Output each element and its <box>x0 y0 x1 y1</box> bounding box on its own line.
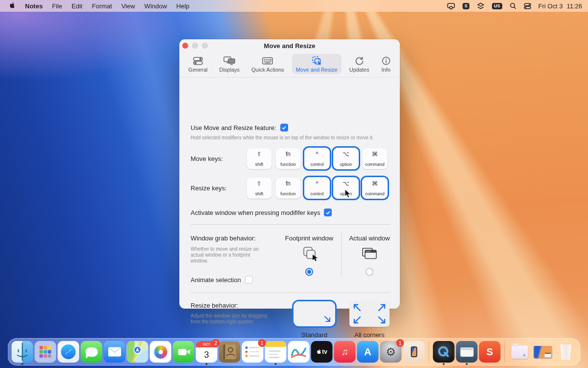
dock-app-store[interactable]: A <box>357 341 379 363</box>
dock-mail[interactable] <box>104 341 125 363</box>
running-indicator <box>443 363 445 365</box>
move-keys-label: Move keys: <box>191 155 246 162</box>
dock-s-app[interactable]: S <box>479 341 501 363</box>
dock-folder[interactable]: ✕ <box>509 341 531 363</box>
footprint-radio[interactable] <box>305 268 313 276</box>
s-status-icon[interactable]: S <box>463 3 469 9</box>
tab-updates[interactable]: Updates <box>345 54 373 74</box>
resize-standard-label: Standard <box>292 331 337 339</box>
tab-updates-label: Updates <box>349 67 369 73</box>
menu-window[interactable]: Window <box>145 2 167 10</box>
input-source-badge[interactable]: US <box>492 3 502 9</box>
tab-general[interactable]: General <box>184 54 211 74</box>
dock-music[interactable]: ♫ <box>334 341 356 363</box>
resize-key-shift[interactable]: ⇧shift <box>246 177 272 199</box>
actual-window-option[interactable]: Actual window <box>343 235 396 276</box>
clock-time: 11:26 <box>566 2 582 10</box>
tab-general-label: General <box>188 67 207 73</box>
divider <box>191 292 390 293</box>
window-manager-menubar-icon[interactable] <box>447 2 455 10</box>
dock-apple-tv[interactable]: tv <box>311 341 333 363</box>
control-center-icon[interactable] <box>524 3 531 9</box>
menubar-clock[interactable]: Fri Oct 3 11:26 <box>539 2 582 10</box>
window-titlebar[interactable]: Move and Resize <box>179 39 400 52</box>
tab-quick-actions[interactable]: Quick Actions <box>247 54 288 74</box>
resize-key-function[interactable]: fnfunction <box>275 177 301 199</box>
animate-label: Animate selection <box>191 276 241 284</box>
move-key-command[interactable]: ⌘command <box>362 148 388 169</box>
dock-facetime[interactable] <box>173 341 195 363</box>
dock-safari[interactable] <box>58 341 79 363</box>
dock-quicktime[interactable] <box>433 341 455 363</box>
spotlight-icon[interactable] <box>510 2 516 9</box>
mouse-cursor <box>344 189 352 201</box>
dock-move-resize-app[interactable] <box>456 341 478 363</box>
activate-label: Activate window when pressing modififer … <box>191 209 320 216</box>
dock-reminders[interactable]: 1 <box>242 341 264 363</box>
resize-keys-row: Resize keys: ⇧shift fnfunction ^control … <box>191 177 390 199</box>
running-indicator <box>22 363 24 365</box>
resize-behavior-label: Resize behavior: <box>191 302 238 309</box>
footprint-window-icon <box>299 244 319 265</box>
menu-app-name[interactable]: Notes <box>25 2 43 10</box>
menu-format[interactable]: Format <box>92 2 112 10</box>
tab-info[interactable]: Info <box>377 54 395 74</box>
dock-freeform[interactable] <box>288 341 310 363</box>
dock-calendar[interactable]: 2 OCT 3 <box>196 341 218 363</box>
options-divider <box>341 233 342 276</box>
footprint-window-option[interactable]: Footprint window <box>278 235 341 276</box>
minimize-button[interactable] <box>192 43 198 49</box>
music-note-icon: ♫ <box>341 346 348 357</box>
feature-description: Hold selected modifiers while the mouse … <box>191 135 374 141</box>
actual-option-label: Actual window <box>349 235 390 242</box>
toggles-icon <box>193 56 203 66</box>
dock: 2 OCT 3 1 <box>8 338 581 366</box>
close-button[interactable] <box>182 43 188 49</box>
dock-iphone-mirroring[interactable] <box>403 341 425 363</box>
gear-icon: ⚙ <box>386 345 396 359</box>
calendar-day: 3 <box>196 347 218 363</box>
dock-messages[interactable] <box>81 341 102 363</box>
tab-move-and-resize[interactable]: Move and Resize <box>292 54 342 74</box>
menu-view[interactable]: View <box>122 2 135 10</box>
menu-help[interactable]: Help <box>176 2 190 10</box>
actual-radio[interactable] <box>366 268 373 276</box>
move-keys-row: Move keys: ⇧shift fnfunction ^control ⌥o… <box>191 148 390 169</box>
dock-maps[interactable] <box>127 341 148 363</box>
dock-finder[interactable] <box>12 341 33 363</box>
calendar-badge: 2 <box>212 339 220 347</box>
reminders-badge: 1 <box>258 339 266 347</box>
resize-standard-option[interactable] <box>292 300 337 328</box>
resize-all-corners-option[interactable] <box>349 301 390 327</box>
move-key-shift[interactable]: ⇧shift <box>246 148 272 169</box>
dock-launchpad[interactable] <box>35 341 56 363</box>
resize-key-command[interactable]: ⌘command <box>362 177 388 199</box>
apple-menu-icon[interactable] <box>9 2 16 10</box>
s-app-letter: S <box>487 346 493 358</box>
animate-checkbox[interactable] <box>245 276 253 284</box>
footprint-option-label: Footprint window <box>285 235 333 242</box>
feature-checkbox[interactable] <box>280 124 288 131</box>
zoom-button[interactable] <box>202 43 208 49</box>
folder-mark: ✕ <box>523 353 526 358</box>
tab-displays[interactable]: Displays <box>215 54 244 74</box>
tab-displays-label: Displays <box>219 67 240 73</box>
dock-trash[interactable] <box>555 341 577 363</box>
dock-photos[interactable] <box>150 341 172 363</box>
activate-checkbox[interactable] <box>324 209 332 216</box>
resize-key-control[interactable]: ^control <box>304 177 330 199</box>
move-key-control[interactable]: ^control <box>304 148 330 169</box>
menu-file[interactable]: File <box>52 2 62 10</box>
dock-minimized-window[interactable] <box>532 341 554 363</box>
feature-label: Use Move and Resize feature: <box>191 124 276 131</box>
dock-contacts[interactable] <box>219 341 241 363</box>
resize-all-corners-label: All corners <box>344 331 394 339</box>
move-key-function[interactable]: fnfunction <box>275 148 301 169</box>
dock-divider <box>505 341 505 363</box>
dock-system-settings[interactable]: 1 ⚙ <box>380 341 402 363</box>
stacks-status-icon[interactable] <box>477 2 485 10</box>
dock-notes[interactable] <box>265 341 287 363</box>
menu-edit[interactable]: Edit <box>72 2 82 10</box>
tab-quick-actions-label: Quick Actions <box>251 67 284 73</box>
move-key-option[interactable]: ⌥option <box>333 148 359 169</box>
